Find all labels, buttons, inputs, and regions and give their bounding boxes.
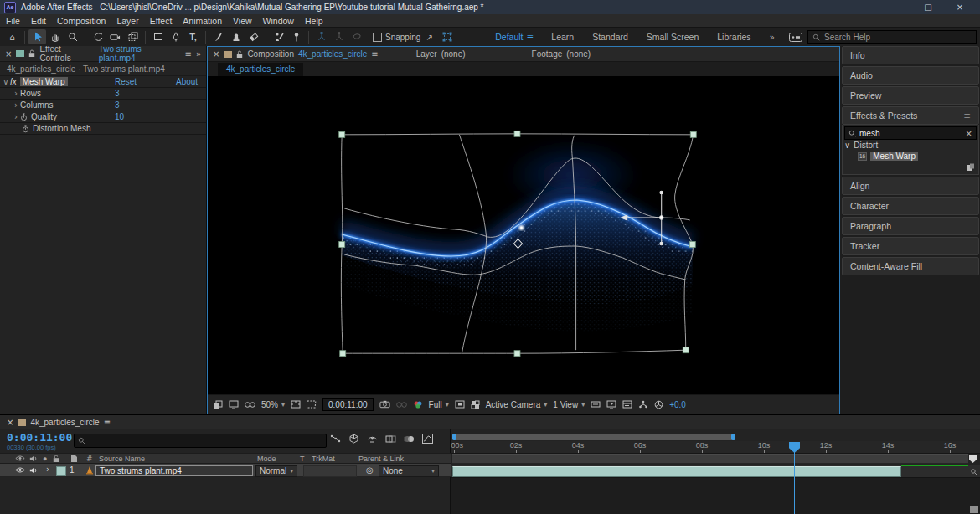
flowchart-button-icon[interactable] (638, 400, 648, 409)
workspace-overflow-icon[interactable]: » (761, 32, 784, 42)
layer-source-name[interactable]: Two strums plant.mp4 (95, 465, 253, 476)
property-expand-icon[interactable]: › (12, 100, 20, 110)
snapping-checkbox[interactable] (373, 33, 382, 42)
snapshot-camera-icon[interactable] (379, 400, 390, 409)
roto-brush-tool-icon[interactable] (270, 29, 287, 44)
menu-animation[interactable]: Animation (183, 16, 222, 26)
blend-mode-dropdown[interactable]: Normal ▾ (255, 465, 297, 477)
exposure-value[interactable]: +0.0 (669, 400, 686, 409)
graph-editor-icon[interactable] (422, 434, 433, 444)
speaker-icon[interactable] (29, 455, 38, 463)
primary-viewer-icon[interactable] (229, 400, 239, 409)
menu-effect[interactable]: Effect (150, 16, 173, 26)
panel-tab-content-aware-fill[interactable]: Content-Aware Fill (842, 257, 979, 275)
timeline-tab-label[interactable]: 4k_particles_circle (30, 418, 99, 427)
resize-grip[interactable] (970, 506, 978, 513)
camera-view-dropdown[interactable]: Active Camera ▾ (486, 400, 548, 409)
menu-file[interactable]: File (6, 16, 20, 26)
composition-tab-target[interactable]: 4k_particles_circle (298, 49, 367, 59)
menu-help[interactable]: Help (305, 16, 323, 26)
always-preview-icon[interactable] (213, 400, 223, 409)
property-row-rows[interactable]: › Rows 3 (0, 88, 206, 100)
reset-exposure-icon[interactable] (654, 400, 663, 409)
workspace-standard[interactable]: Standard (583, 32, 637, 42)
effects-search-field[interactable]: mesh × (844, 126, 977, 140)
layer-audio-icon[interactable] (29, 466, 38, 475)
lock-icon[interactable] (236, 50, 243, 59)
panel-tab-effects-presets[interactable]: Effects & Presets ≡ (842, 106, 979, 125)
panel-menu-icon[interactable]: ≡ (963, 111, 971, 121)
eye-icon[interactable] (15, 455, 25, 462)
property-value[interactable]: 3 (115, 89, 120, 98)
property-expand-icon[interactable]: › (12, 89, 20, 98)
transform-box-icon[interactable] (438, 29, 456, 44)
composition-mini-flowchart-icon[interactable] (330, 434, 341, 444)
clear-search-icon[interactable]: × (966, 129, 972, 138)
pan-behind-tool-icon[interactable] (124, 29, 142, 44)
layer-label-swatch[interactable] (56, 466, 66, 476)
work-area-bar[interactable] (452, 454, 968, 464)
workspace-small-screen[interactable]: Small Screen (637, 32, 708, 42)
trkmat-column[interactable]: TrkMat (312, 455, 335, 463)
comp-marker-bin-icon[interactable] (968, 454, 977, 464)
property-value[interactable]: 3 (115, 100, 120, 110)
solo-icon[interactable]: ● (43, 455, 47, 463)
hide-shy-layers-icon[interactable] (367, 434, 378, 444)
mask-visibility-icon[interactable] (245, 401, 255, 409)
minimize-button[interactable]: – (880, 3, 912, 12)
selection-tool-icon[interactable] (28, 29, 46, 44)
panel-tab-align[interactable]: Align (842, 177, 979, 195)
workspace-learn[interactable]: Learn (542, 32, 583, 42)
menu-view[interactable]: View (233, 16, 252, 26)
panel-tab-paragraph[interactable]: Paragraph (842, 217, 979, 235)
layer-tab[interactable]: Layer (none) (416, 49, 477, 59)
rectangle-tool-icon[interactable] (149, 29, 167, 44)
composition-tab-label[interactable]: Composition (247, 49, 294, 59)
panel-close-icon[interactable]: × (213, 49, 219, 59)
transparency-grid-icon[interactable] (471, 400, 480, 409)
resolution-dropdown[interactable]: Full ▾ (429, 400, 449, 409)
menu-composition[interactable]: Composition (57, 16, 106, 26)
region-of-interest-icon[interactable] (307, 400, 317, 409)
layer-eye-icon[interactable] (15, 466, 25, 474)
mode-column[interactable]: Mode (257, 455, 276, 463)
effects-item-label[interactable]: Mesh Warp (870, 152, 918, 161)
trkmat-dropdown[interactable] (303, 465, 357, 477)
track-options-icon[interactable] (969, 467, 977, 475)
camera-tool-icon[interactable] (106, 29, 124, 44)
panel-menu-icon[interactable]: ≡ (371, 49, 378, 59)
workspace-default-menu-icon[interactable]: ≡ (527, 32, 543, 42)
close-button[interactable]: × (944, 3, 976, 12)
effects-item-mesh-warp[interactable]: 16 Mesh Warp (844, 151, 977, 162)
composition-viewport[interactable] (208, 76, 839, 394)
panel-menu-icon[interactable]: ≡ (185, 49, 192, 59)
panel-tab-preview[interactable]: Preview (842, 86, 979, 105)
effect-controls-tab-target[interactable]: Two strums plant.mp4 (99, 44, 181, 63)
clone-stamp-tool-icon[interactable] (227, 29, 245, 44)
safe-margins-icon[interactable] (291, 400, 301, 409)
current-time-display[interactable]: 0:00:11:00 (7, 431, 72, 444)
effect-reset-link[interactable]: Reset (115, 77, 137, 86)
parent-pickwhip-icon[interactable]: ◎ (366, 465, 374, 475)
panel-tab-audio[interactable]: Audio (842, 66, 979, 85)
rotation-tool-icon[interactable] (89, 29, 106, 44)
pixel-aspect-icon[interactable] (591, 400, 601, 409)
panel-overflow-icon[interactable]: » (196, 49, 201, 59)
lock-icon[interactable] (28, 49, 35, 58)
composition-viewer-tab[interactable]: 4k_particles_circle (218, 63, 303, 76)
property-row-distortion-mesh[interactable]: Distortion Mesh (0, 123, 206, 135)
time-navigator[interactable] (452, 434, 735, 440)
maximize-button[interactable]: □ (912, 3, 944, 12)
timeline-button-icon[interactable] (622, 400, 632, 409)
stopwatch-icon[interactable] (20, 113, 28, 121)
hand-tool-icon[interactable] (46, 29, 64, 44)
time-ruler[interactable]: 0:00s 02s 04s 06s 08s 10s 12s 14s 16s (451, 441, 980, 454)
stopwatch-icon[interactable] (22, 125, 29, 133)
puppet-pin-tool-icon[interactable] (287, 29, 305, 44)
menu-layer[interactable]: Layer (116, 16, 138, 26)
timeline-search-field[interactable] (74, 434, 327, 448)
panel-menu-icon[interactable]: ≡ (104, 418, 111, 427)
lock-column-icon[interactable] (53, 455, 59, 463)
effect-header-row[interactable]: ∨ fx Mesh Warp Reset About (0, 76, 206, 88)
magnification-dropdown[interactable]: 50% ▾ (261, 400, 285, 409)
